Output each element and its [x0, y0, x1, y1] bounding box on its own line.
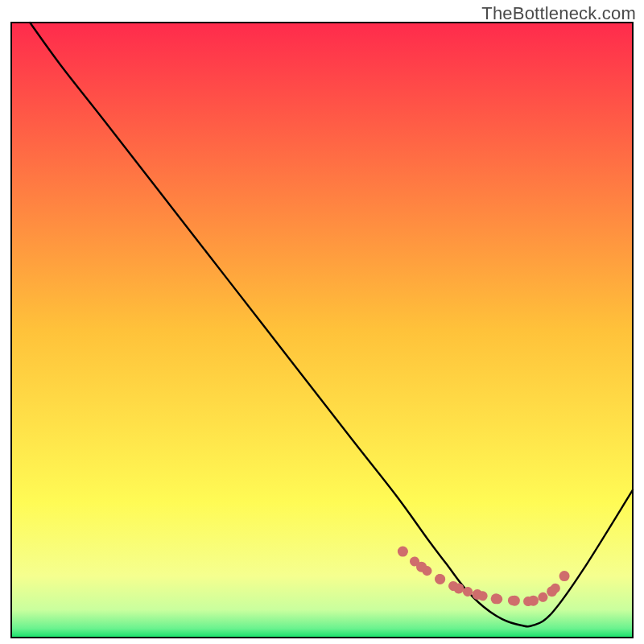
valley-marker-dot	[547, 586, 557, 597]
valley-marker-dot	[491, 593, 502, 604]
valley-marker-dot	[416, 562, 427, 572]
valley-marker-dot	[559, 571, 570, 581]
bottleneck-chart	[0, 0, 644, 644]
valley-marker-dot	[453, 583, 464, 593]
plot-background	[11, 23, 633, 638]
valley-marker-dot	[473, 589, 483, 600]
valley-marker-dot	[510, 596, 520, 606]
valley-marker-dot	[528, 596, 539, 606]
valley-marker-dot	[435, 574, 445, 584]
valley-marker-dot	[398, 547, 408, 557]
chart-container: TheBottleneck.com	[0, 0, 644, 644]
